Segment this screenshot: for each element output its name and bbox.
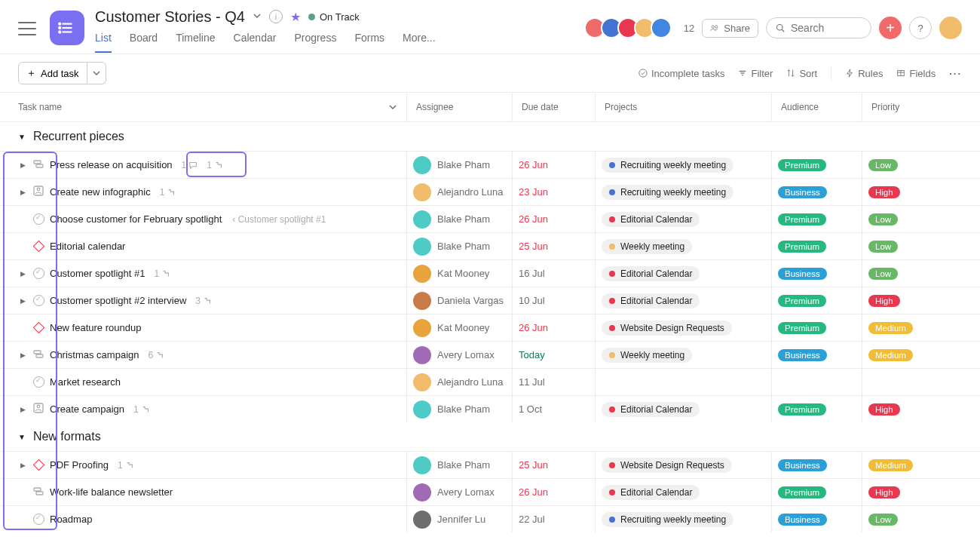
priority-tag[interactable]: Medium xyxy=(868,322,913,334)
task-row[interactable]: Editorial calendarBlake Pham25 JunWeekly… xyxy=(0,232,980,259)
priority-tag[interactable]: Low xyxy=(868,514,898,526)
menu-toggle[interactable] xyxy=(18,20,36,38)
task-row[interactable]: ▶PDF Proofing1 Blake Pham25 JunWebsite D… xyxy=(0,451,980,478)
due-date[interactable]: 26 Jun xyxy=(519,486,548,498)
audience-tag[interactable]: Premium xyxy=(778,241,826,253)
assignee-name[interactable]: Blake Pham xyxy=(437,159,490,170)
help-button[interactable]: ? xyxy=(909,17,932,39)
tab-calendar[interactable]: Calendar xyxy=(234,32,277,53)
due-date[interactable]: Today xyxy=(519,349,545,360)
assignee-name[interactable]: Alejandro Luna xyxy=(437,376,503,388)
audience-tag[interactable]: Premium xyxy=(778,159,826,171)
check-icon[interactable] xyxy=(33,295,44,306)
assignee-name[interactable]: Blake Pham xyxy=(437,213,490,225)
project-pill[interactable]: Weekly meeting xyxy=(602,348,692,363)
col-due[interactable]: Due date xyxy=(513,93,596,121)
project-status[interactable]: On Track xyxy=(308,11,360,23)
priority-tag[interactable]: High xyxy=(868,403,900,416)
assignee-name[interactable]: Jennifer Lu xyxy=(437,514,485,525)
project-pill[interactable]: Website Design Requests xyxy=(602,458,732,473)
audience-tag[interactable]: Business xyxy=(778,514,827,526)
priority-tag[interactable]: High xyxy=(868,295,900,307)
task-row[interactable]: ▶Create new infographic1 Alejandro Luna2… xyxy=(0,178,980,205)
due-date[interactable]: 22 Jul xyxy=(519,514,545,525)
col-task-name[interactable]: Task name xyxy=(18,102,62,112)
section-header[interactable]: ▼Recurrent pieces xyxy=(0,122,980,151)
due-date[interactable]: 25 Jun xyxy=(519,241,548,252)
col-priority[interactable]: Priority xyxy=(862,93,980,121)
check-icon[interactable] xyxy=(33,213,44,225)
col-audience[interactable]: Audience xyxy=(772,93,862,121)
project-dropdown[interactable] xyxy=(253,11,262,23)
priority-tag[interactable]: Low xyxy=(868,241,898,253)
project-title[interactable]: Customer Stories - Q4 xyxy=(95,8,245,26)
task-name[interactable]: PDF Proofing xyxy=(50,459,109,471)
due-date[interactable]: 26 Jun xyxy=(519,213,548,225)
priority-tag[interactable]: Medium xyxy=(868,349,913,361)
add-task-button[interactable]: ＋ Add task xyxy=(18,62,87,84)
tab-board[interactable]: Board xyxy=(130,32,158,53)
incomplete-filter[interactable]: Incomplete tasks xyxy=(639,68,725,79)
section-header[interactable]: ▼New formats xyxy=(0,422,980,451)
assignee-name[interactable]: Alejandro Luna xyxy=(437,186,503,198)
task-row[interactable]: Market researchAlejandro Luna11 Jul xyxy=(0,368,980,395)
task-name[interactable]: Roadmap xyxy=(50,514,92,525)
due-date[interactable]: 26 Jun xyxy=(519,159,548,170)
project-pill[interactable]: Editorial Calendar xyxy=(602,266,700,281)
tab-list[interactable]: List xyxy=(95,32,112,53)
due-date[interactable]: 16 Jul xyxy=(519,268,545,279)
star-icon[interactable]: ★ xyxy=(290,10,301,24)
task-row[interactable]: ▶Press release on acquisition1 1 Blake P… xyxy=(0,151,980,178)
assignee-name[interactable]: Blake Pham xyxy=(437,403,490,415)
task-name[interactable]: Editorial calendar xyxy=(50,241,125,252)
check-icon[interactable] xyxy=(33,376,44,388)
col-assignee[interactable]: Assignee xyxy=(407,93,513,121)
project-pill[interactable]: Editorial Calendar xyxy=(602,485,700,500)
tab-progress[interactable]: Progress xyxy=(294,32,336,53)
chevron-down-icon[interactable] xyxy=(388,103,397,112)
project-pill[interactable]: Website Design Requests xyxy=(602,321,732,336)
info-icon[interactable]: i xyxy=(269,10,283,23)
due-date[interactable]: 1 Oct xyxy=(519,403,542,415)
share-button[interactable]: Share xyxy=(702,19,758,38)
task-row[interactable]: ▶Customer spotlight #2 interview3 Daniel… xyxy=(0,287,980,314)
expand-icon[interactable]: ▶ xyxy=(18,270,27,278)
priority-tag[interactable]: High xyxy=(868,186,900,198)
project-pill[interactable]: Editorial Calendar xyxy=(602,402,700,417)
expand-icon[interactable]: ▶ xyxy=(18,406,27,413)
priority-tag[interactable]: Low xyxy=(868,213,898,225)
project-pill[interactable]: Editorial Calendar xyxy=(602,212,700,227)
member-avatars[interactable] xyxy=(589,17,672,38)
add-task-dropdown[interactable] xyxy=(87,62,106,84)
expand-icon[interactable]: ▶ xyxy=(18,297,27,305)
due-date[interactable]: 25 Jun xyxy=(519,459,548,471)
audience-tag[interactable]: Premium xyxy=(778,295,826,307)
due-date[interactable]: 11 Jul xyxy=(519,376,545,388)
filter-button[interactable]: Filter xyxy=(738,68,773,79)
task-name[interactable]: Press release on acquisition xyxy=(50,159,173,170)
expand-icon[interactable]: ▶ xyxy=(18,161,27,169)
priority-tag[interactable]: High xyxy=(868,486,900,498)
search-box[interactable] xyxy=(766,17,871,38)
assignee-name[interactable]: Kat Mooney xyxy=(437,268,489,279)
due-date[interactable]: 23 Jun xyxy=(519,186,548,198)
task-row[interactable]: New feature roundupKat Mooney26 JunWebsi… xyxy=(0,314,980,341)
priority-tag[interactable]: Low xyxy=(868,159,898,171)
task-name[interactable]: New feature roundup xyxy=(50,322,141,333)
audience-tag[interactable]: Business xyxy=(778,186,827,198)
check-icon[interactable] xyxy=(33,268,44,279)
task-row[interactable]: ▶Create campaign1 Blake Pham1 OctEditori… xyxy=(0,395,980,422)
audience-tag[interactable]: Premium xyxy=(778,403,826,416)
fields-button[interactable]: Fields xyxy=(896,68,936,79)
search-input[interactable] xyxy=(791,22,851,34)
rules-button[interactable]: Rules xyxy=(845,68,883,79)
audience-tag[interactable]: Business xyxy=(778,349,827,361)
assignee-name[interactable]: Avery Lomax xyxy=(437,486,495,498)
more-actions[interactable]: ··· xyxy=(949,68,962,79)
assignee-name[interactable]: Blake Pham xyxy=(437,241,490,252)
project-pill[interactable]: Weekly meeting xyxy=(602,239,692,254)
assignee-name[interactable]: Daniela Vargas xyxy=(437,295,504,306)
expand-icon[interactable]: ▶ xyxy=(18,351,27,359)
task-name[interactable]: Create campaign xyxy=(50,403,124,415)
assignee-name[interactable]: Blake Pham xyxy=(437,459,490,471)
